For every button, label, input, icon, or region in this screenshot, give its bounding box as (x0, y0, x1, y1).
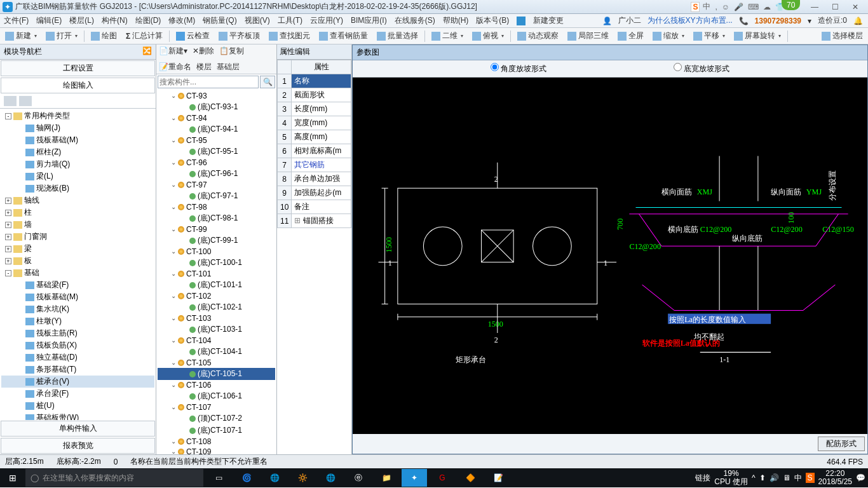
property-row[interactable]: 1名称 (278, 74, 351, 88)
tray-icon[interactable]: 🖥 (783, 473, 790, 482)
angle-slope-radio[interactable]: 角度放坡形式 (491, 63, 546, 74)
view-rebar-button[interactable]: 查看钢筋量 (316, 29, 370, 43)
tree-node[interactable]: +梁 (1, 243, 154, 255)
ct-item[interactable]: (底)CT-95-1 (158, 146, 275, 158)
tray-icon[interactable]: ⬆ (759, 473, 766, 482)
menu-rebar[interactable]: 钢筋量(Q) (203, 15, 236, 26)
ct-item[interactable]: (底)CT-96-1 (158, 168, 275, 180)
taskbar-app-icon[interactable]: 🔆 (290, 469, 315, 487)
menu-draw[interactable]: 绘图(D) (135, 15, 161, 26)
menu-edit[interactable]: 编辑(E) (36, 15, 62, 26)
2d-dropdown[interactable]: 二维 (429, 29, 466, 43)
rename-component-button[interactable]: 📝重命名 (159, 62, 191, 72)
ct-item[interactable]: (底)CT-103-1 (158, 323, 275, 336)
batch-button[interactable]: 批量选择 (374, 29, 421, 43)
ct-item[interactable]: (底)CT-105-1 (158, 368, 275, 380)
tree-node[interactable]: +墙 (1, 219, 154, 231)
ct-item[interactable]: (底)CT-104-1 (158, 346, 275, 358)
ct-group[interactable]: ⌄CT-94 (158, 113, 275, 123)
search-input[interactable] (158, 76, 259, 88)
find-button[interactable]: 查找图元 (266, 29, 313, 43)
taskbar-explorer-icon[interactable]: 📁 (374, 469, 399, 487)
new-button[interactable]: 新建 (3, 29, 39, 43)
ct-item[interactable]: (底)CT-107-1 (158, 424, 275, 437)
close-button[interactable]: ✕ (845, 1, 865, 13)
ct-tree[interactable]: ⌄CT-93(底)CT-93-1⌄CT-94(底)CT-94-1⌄CT-95(底… (156, 90, 276, 454)
zoom-button[interactable]: 缩放 (650, 29, 687, 43)
foundation-floor-button[interactable]: 基础层 (217, 62, 240, 72)
nav-tool-icon[interactable] (19, 96, 32, 106)
ct-group[interactable]: ⌄CT-105 (158, 358, 275, 368)
taskbar-app-icon[interactable]: G (430, 469, 455, 487)
minimize-button[interactable]: — (804, 1, 825, 13)
tree-leaf[interactable]: 筏板基础(M) (1, 291, 154, 303)
draw-button[interactable]: 绘图 (88, 29, 119, 43)
tree-node[interactable]: +轴线 (1, 194, 154, 207)
taskbar-app-icon[interactable]: 🌀 (234, 469, 259, 487)
ct-group[interactable]: ⌄CT-98 (158, 202, 275, 212)
tree-node[interactable]: +柱 (1, 207, 154, 219)
menu-component[interactable]: 构件(N) (102, 15, 128, 26)
open-button[interactable]: 打开 (43, 29, 80, 43)
taskbar-app-icon[interactable]: 📝 (485, 469, 511, 487)
report-preview-button[interactable]: 报表预览 (1, 438, 155, 454)
ct-group[interactable]: ⌄CT-97 (158, 180, 275, 190)
new-component-button[interactable]: 📄新建▾ (159, 46, 187, 57)
tray-sogou-icon[interactable]: S (806, 473, 815, 483)
ct-item[interactable]: (底)CT-100-1 (158, 257, 275, 269)
rebar-form-button[interactable]: 配筋形式 (818, 437, 865, 451)
menu-online[interactable]: 在线服务(S) (395, 15, 435, 26)
menu-file[interactable]: 文件(F) (4, 15, 29, 26)
beans-label[interactable]: 造价豆:0 (818, 15, 847, 26)
windows-taskbar[interactable]: ⊞ ◯ 在这里输入你要搜索的内容 ▭ 🌀 🌐 🔆 🌐 ⓔ 📁 ✦ G 🔶 📝 链… (0, 468, 868, 487)
ct-group[interactable]: ⌄CT-95 (158, 135, 275, 146)
nav-tool-icon[interactable] (4, 96, 17, 106)
tree-leaf[interactable]: 剪力墙(Q) (1, 158, 154, 170)
menu-tools[interactable]: 工具(T) (278, 15, 302, 26)
tree-node[interactable]: +板 (1, 255, 154, 267)
ct-group[interactable]: ⌄CT-102 (158, 291, 275, 301)
tree-leaf[interactable]: 基础板带(W) (1, 412, 154, 420)
tray-notifications-icon[interactable]: 💬 (856, 473, 865, 482)
ct-item[interactable]: (底)CT-97-1 (158, 190, 275, 202)
taskbar-edge-icon[interactable]: 🌐 (262, 469, 287, 487)
property-row[interactable]: 6相对底标高(m (278, 144, 351, 158)
delete-component-button[interactable]: ✕删除 (193, 46, 214, 57)
fullscreen-button[interactable]: 全屏 (615, 29, 646, 43)
taskbar-app-icon[interactable]: 🌐 (318, 469, 343, 487)
property-row[interactable]: 2截面形状 (278, 88, 351, 102)
property-row[interactable]: 3长度(mm) (278, 102, 351, 116)
tree-leaf[interactable]: 现浇板(B) (1, 182, 154, 194)
property-row[interactable]: 10备注 (278, 200, 351, 214)
tree-node[interactable]: +门窗洞 (1, 231, 154, 243)
pan-button[interactable]: 平移 (691, 29, 728, 43)
help-link[interactable]: 为什么筏板XY方向布置... (648, 15, 733, 26)
taskbar-ie-icon[interactable]: ⓔ (346, 469, 371, 487)
task-view-icon[interactable]: ▭ (206, 469, 231, 487)
tree-leaf[interactable]: 桩(U) (1, 400, 154, 412)
ct-item[interactable]: (底)CT-98-1 (158, 212, 275, 224)
property-row[interactable]: 8承台单边加强 (278, 172, 351, 186)
tree-leaf[interactable]: 筏板负筋(X) (1, 339, 154, 351)
diagram-canvas[interactable]: 1500 1500 2 2 1 1 矩形承台 (353, 78, 867, 434)
ct-item[interactable]: (底)CT-94-1 (158, 123, 275, 135)
tree-leaf[interactable]: 柱墩(Y) (1, 315, 154, 327)
taskbar-app-icon[interactable]: ✦ (402, 469, 427, 487)
copy-component-button[interactable]: 📋复制 (219, 46, 244, 57)
ct-group[interactable]: ⌄CT-96 (158, 158, 275, 168)
cloud-check-button[interactable]: 云检查 (173, 29, 212, 43)
tree-leaf[interactable]: 基础梁(F) (1, 279, 154, 291)
maximize-button[interactable]: ☐ (825, 1, 845, 13)
ct-item[interactable]: (底)CT-93-1 (158, 101, 275, 113)
property-row[interactable]: 9加强筋起步(m (278, 186, 351, 200)
property-row[interactable]: 11⊞ 锚固搭接 (278, 214, 351, 228)
taskbar-search[interactable]: ◯ 在这里输入你要搜索的内容 (25, 469, 203, 487)
tree-leaf[interactable]: 桩承台(V) (1, 376, 154, 388)
ct-item[interactable]: (顶)CT-107-2 (158, 412, 275, 424)
tree-leaf[interactable]: 轴网(J) (1, 122, 154, 134)
taskbar-app-icon[interactable]: 🔶 (458, 469, 483, 487)
tray-volume-icon[interactable]: 🔊 (770, 473, 779, 482)
ct-item[interactable]: (底)CT-99-1 (158, 234, 275, 247)
new-change-button[interactable]: 新建变更 (533, 15, 564, 26)
tree-leaf[interactable]: 梁(L) (1, 170, 154, 182)
